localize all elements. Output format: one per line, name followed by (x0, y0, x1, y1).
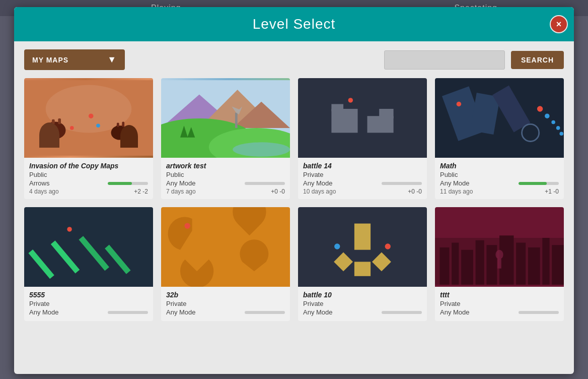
svg-rect-65 (486, 245, 497, 285)
map-card-invasion[interactable]: Invasion of the Copy Maps Public Arrows … (24, 78, 153, 199)
map-thumbnail-32b (161, 207, 290, 287)
map-score-artwork: +0 -0 (271, 188, 285, 195)
svg-rect-3 (50, 122, 54, 132)
map-mode-32b: Any Mode (166, 308, 196, 316)
close-button[interactable]: × (550, 15, 568, 33)
map-name-artwork: artwork test (166, 162, 285, 170)
map-visibility-math: Public (440, 171, 559, 178)
svg-point-7 (111, 125, 128, 140)
svg-rect-72 (497, 259, 501, 269)
map-mode-artwork: Any Mode (166, 179, 196, 187)
map-mode-row-math: Any Mode (440, 179, 559, 187)
map-score-invasion: +2 -2 (134, 188, 148, 195)
map-date-row-artwork: 7 days ago +0 -0 (166, 188, 285, 195)
svg-rect-27 (298, 80, 427, 156)
map-name-32b: 32b (166, 291, 285, 299)
map-info-tttt: tttt Private Any Mode (435, 287, 564, 321)
map-visibility-32b: Private (166, 300, 285, 307)
map-bar-32b (245, 311, 285, 314)
svg-point-58 (385, 243, 391, 249)
map-thumbnail-tttt (435, 207, 564, 287)
map-card-artwork[interactable]: artwork test Public Any Mode 7 days ago … (161, 78, 290, 199)
map-info-battle10: battle 10 Private Any Mode (298, 287, 427, 321)
map-bar-tttt (519, 311, 559, 314)
svg-point-43 (457, 102, 461, 106)
svg-rect-53 (354, 224, 371, 250)
svg-rect-6 (58, 118, 61, 124)
svg-point-13 (96, 123, 100, 128)
map-mode-tttt: Any Mode (440, 308, 470, 316)
map-date-row-invasion: 4 days ago +2 -2 (29, 188, 148, 195)
map-info-battle14: battle 14 Private Any Mode 10 days ago +… (298, 158, 427, 199)
map-thumbnail-battle10 (298, 207, 427, 287)
svg-rect-30 (367, 116, 393, 133)
map-mode-row-artwork: Any Mode (166, 179, 285, 187)
map-bar-5555 (108, 311, 148, 314)
search-button[interactable]: SEARCH (511, 51, 564, 69)
map-thumbnail-math (435, 78, 564, 158)
svg-point-41 (559, 132, 563, 136)
map-info-math: Math Public Any Mode 11 days ago +1 -0 (435, 158, 564, 199)
map-visibility-battle10: Private (303, 300, 422, 307)
map-bar-fill-invasion (108, 182, 132, 185)
controls-bar: MY MAPS ▼ SEARCH (14, 41, 574, 78)
map-date-artwork: 7 days ago (166, 188, 196, 195)
map-thumbnail-battle14 (298, 78, 427, 158)
map-date-invasion: 4 days ago (29, 188, 59, 195)
map-mode-invasion: Arrows (29, 179, 49, 187)
map-mode-row-5555: Any Mode (29, 308, 148, 316)
map-bar-battle10 (382, 311, 422, 314)
map-bar-math (519, 182, 559, 185)
map-date-math: 11 days ago (440, 188, 473, 195)
svg-point-12 (89, 113, 93, 118)
svg-point-14 (70, 126, 74, 130)
map-name-invasion: Invasion of the Copy Maps (29, 162, 148, 170)
map-bar-battle14 (382, 182, 422, 185)
map-visibility-invasion: Public (29, 171, 148, 178)
svg-rect-61 (439, 247, 449, 285)
svg-point-2 (45, 122, 66, 139)
svg-rect-11 (122, 122, 124, 127)
svg-rect-28 (331, 109, 357, 133)
map-card-math[interactable]: Math Public Any Mode 11 days ago +1 -0 (435, 78, 564, 199)
map-name-math: Math (440, 162, 559, 170)
map-card-tttt[interactable]: tttt Private Any Mode (435, 207, 564, 321)
map-card-5555[interactable]: 5555 Private Any Mode (24, 207, 153, 321)
svg-point-38 (545, 113, 549, 118)
map-name-battle10: battle 10 (303, 291, 422, 299)
map-bar-fill-math (519, 182, 547, 185)
svg-rect-31 (379, 109, 393, 118)
svg-point-40 (556, 126, 560, 130)
svg-rect-10 (117, 122, 119, 127)
map-mode-battle14: Any Mode (303, 179, 333, 187)
map-card-32b[interactable]: 32b Private Any Mode (161, 207, 290, 321)
search-input[interactable] (384, 50, 505, 70)
map-mode-math: Any Mode (440, 179, 470, 187)
map-mode-row-invasion: Arrows (29, 179, 148, 187)
map-thumbnail-artwork (161, 78, 290, 158)
maps-dropdown[interactable]: MY MAPS ▼ (24, 49, 125, 70)
svg-rect-66 (499, 235, 513, 285)
map-visibility-5555: Private (29, 300, 148, 307)
svg-point-71 (495, 250, 503, 260)
map-card-battle14[interactable]: battle 14 Private Any Mode 10 days ago +… (298, 78, 427, 199)
svg-point-26 (233, 142, 290, 156)
svg-rect-64 (476, 240, 484, 285)
map-visibility-artwork: Public (166, 171, 285, 178)
map-name-battle14: battle 14 (303, 162, 422, 170)
dropdown-label: MY MAPS (32, 56, 68, 64)
svg-point-39 (551, 120, 555, 124)
map-date-row-battle14: 10 days ago +0 -0 (303, 188, 422, 195)
modal-header: Level Select × (14, 7, 574, 41)
map-name-5555: 5555 (29, 291, 148, 299)
map-info-invasion: Invasion of the Copy Maps Public Arrows … (24, 158, 153, 199)
map-card-battle10[interactable]: battle 10 Private Any Mode (298, 207, 427, 321)
svg-rect-67 (516, 242, 526, 284)
map-date-row-math: 11 days ago +1 -0 (440, 188, 559, 195)
map-bar-invasion (108, 182, 148, 185)
svg-rect-70 (552, 245, 564, 285)
map-mode-5555: Any Mode (29, 308, 59, 316)
svg-rect-62 (452, 242, 459, 284)
map-mode-row-32b: Any Mode (166, 308, 285, 316)
map-mode-row-tttt: Any Mode (440, 308, 559, 316)
